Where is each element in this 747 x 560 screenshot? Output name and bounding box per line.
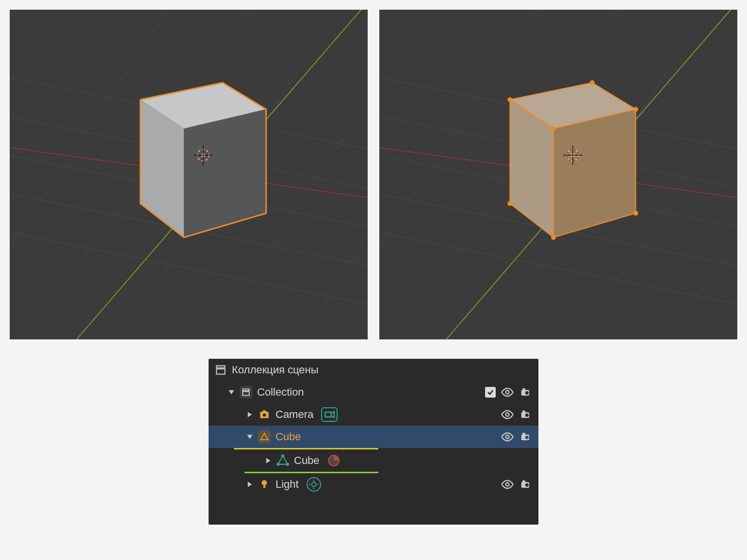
disclosure-right-icon[interactable]: [246, 411, 253, 418]
svg-marker-59: [247, 435, 252, 439]
svg-point-35: [507, 201, 512, 206]
svg-rect-78: [522, 480, 525, 483]
visibility-toggle-icon[interactable]: [501, 430, 514, 444]
svg-point-72: [262, 480, 267, 485]
camera-data-icon[interactable]: [321, 407, 338, 422]
outliner-collection-row[interactable]: Collection: [209, 381, 538, 403]
svg-rect-47: [243, 391, 249, 395]
light-data-icon[interactable]: [307, 477, 321, 492]
svg-marker-30: [553, 109, 636, 237]
svg-point-37: [633, 211, 638, 216]
viewport-object-mode[interactable]: [10, 10, 368, 339]
svg-rect-51: [522, 388, 525, 391]
svg-point-57: [525, 414, 529, 417]
collection-label: Collection: [257, 386, 304, 399]
svg-point-31: [507, 97, 512, 102]
render-toggle-icon[interactable]: [519, 408, 533, 421]
collection-enable-checkbox[interactable]: [485, 387, 496, 398]
svg-point-75: [506, 483, 509, 486]
svg-rect-44: [216, 369, 225, 374]
svg-point-32: [590, 80, 595, 85]
disclosure-down-icon[interactable]: [246, 433, 253, 440]
outliner-light-row[interactable]: Light: [209, 473, 538, 496]
svg-rect-58: [522, 411, 525, 413]
camera-icon: [258, 408, 271, 421]
svg-point-55: [506, 413, 509, 416]
render-toggle-icon[interactable]: [519, 385, 533, 399]
collection-icon: [240, 386, 252, 399]
svg-rect-64: [522, 433, 525, 435]
svg-point-61: [506, 435, 509, 439]
svg-marker-71: [248, 481, 252, 487]
svg-point-69: [277, 463, 279, 465]
visibility-toggle-icon[interactable]: [501, 478, 514, 491]
svg-point-34: [551, 126, 556, 131]
svg-rect-73: [263, 485, 265, 488]
mesh-data-icon: [276, 454, 289, 467]
cube-label: Cube: [276, 431, 301, 443]
visibility-toggle-icon[interactable]: [501, 385, 514, 399]
viewport-edit-mode[interactable]: [379, 10, 737, 339]
svg-point-63: [525, 436, 529, 439]
scene-collection-label: Коллекция сцены: [232, 364, 319, 376]
svg-point-36: [551, 235, 556, 240]
outliner-scene-collection-row[interactable]: Коллекция сцены: [209, 359, 538, 381]
svg-rect-46: [243, 389, 249, 390]
render-toggle-icon[interactable]: [519, 430, 533, 444]
visibility-toggle-icon[interactable]: [501, 408, 514, 421]
viewport-canvas-left: [10, 10, 368, 339]
svg-line-22: [379, 223, 737, 320]
viewport-canvas-right: [379, 10, 737, 339]
svg-point-50: [525, 391, 529, 395]
material-icon[interactable]: [327, 454, 340, 467]
disclosure-down-icon[interactable]: [228, 389, 235, 396]
svg-marker-52: [248, 412, 252, 417]
outliner-cube-row[interactable]: Cube: [209, 426, 538, 448]
render-toggle-icon[interactable]: [519, 478, 533, 491]
svg-point-33: [633, 107, 638, 112]
outliner-mesh-data-row[interactable]: Cube: [209, 449, 538, 472]
svg-rect-43: [216, 366, 225, 368]
light-icon: [258, 478, 271, 491]
camera-label: Camera: [276, 408, 313, 421]
scene-collection-icon: [214, 364, 227, 376]
svg-point-68: [287, 463, 289, 465]
svg-point-53: [263, 414, 266, 417]
svg-point-67: [282, 455, 284, 457]
svg-point-77: [525, 483, 529, 487]
svg-marker-65: [266, 458, 270, 463]
svg-marker-12: [184, 109, 266, 237]
light-label: Light: [276, 478, 299, 491]
svg-marker-60: [261, 433, 268, 440]
disclosure-right-icon[interactable]: [246, 481, 253, 488]
outliner-panel[interactable]: Коллекция сцены Collection: [209, 359, 538, 525]
outliner-camera-row[interactable]: Camera: [209, 403, 538, 426]
svg-point-74: [311, 482, 316, 487]
svg-marker-45: [228, 390, 234, 394]
svg-point-48: [506, 391, 509, 394]
svg-line-4: [10, 223, 368, 320]
mesh-data-label: Cube: [294, 454, 320, 467]
mesh-object-icon: [258, 431, 271, 443]
disclosure-right-icon[interactable]: [265, 457, 272, 464]
svg-rect-54: [325, 412, 332, 417]
